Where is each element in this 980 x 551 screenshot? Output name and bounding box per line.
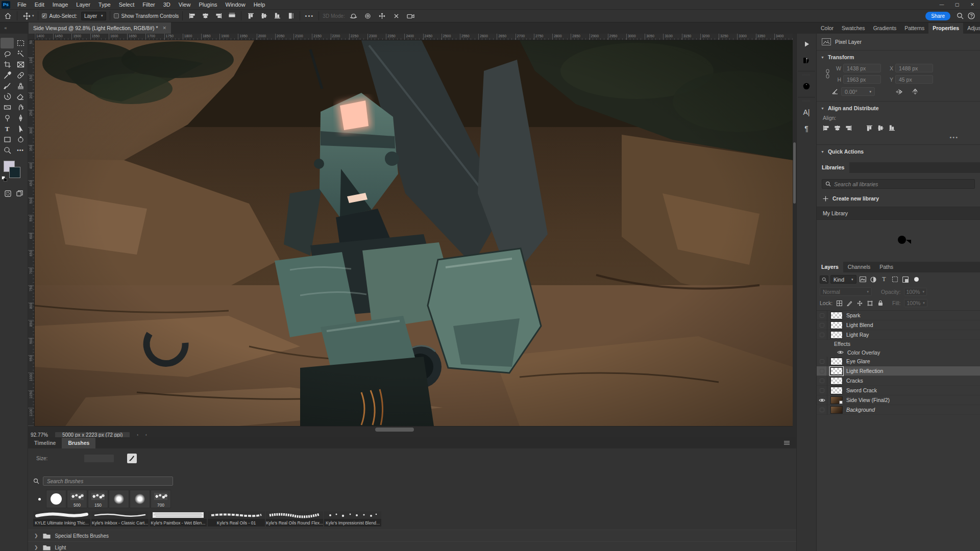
tab-gradients[interactable]: Gradients (869, 23, 901, 34)
layer-thumbnail[interactable] (830, 406, 843, 414)
filter-adjustment-icon[interactable] (869, 276, 878, 284)
visibility-toggle-empty[interactable] (817, 311, 827, 320)
menu-filter[interactable]: Filter (138, 0, 159, 9)
chevron-down-icon[interactable]: ▾ (32, 14, 34, 18)
document-info[interactable]: 5000 px x 2223 px (72 ppi) (55, 432, 130, 438)
tab-properties[interactable]: Properties (928, 23, 963, 34)
brush-preset-500[interactable]: 500 (67, 490, 87, 508)
brush-folder-special-effects-brushes[interactable]: ❯Special Effects Brushes (28, 530, 796, 541)
visibility-eye-icon[interactable] (817, 395, 827, 405)
filter-search-icon[interactable] (820, 276, 828, 284)
filter-pixel-icon[interactable] (859, 276, 867, 284)
tab-layers[interactable]: Layers (817, 262, 843, 272)
visibility-toggle-empty[interactable] (817, 320, 827, 330)
status-prev-icon[interactable]: ‹ (145, 433, 147, 437)
quick-mask-icon[interactable] (5, 190, 11, 197)
pen-tool[interactable] (14, 113, 27, 123)
transform-section-header[interactable]: ▼ Transform (817, 51, 980, 63)
blend-mode-select[interactable]: Normal ▾ (820, 287, 872, 296)
layer-row-light-reflection[interactable]: Light Reflection (817, 366, 980, 376)
canvas-viewport[interactable] (35, 40, 793, 426)
libraries-search-input[interactable]: Search all libraries (822, 179, 975, 189)
frame-tool[interactable] (14, 59, 27, 70)
tab-color[interactable]: Color (817, 23, 838, 34)
brush-preset-circle[interactable] (46, 490, 66, 508)
shape-tool[interactable] (1, 134, 14, 145)
kind-filter-select[interactable]: Kind ▾ (830, 275, 856, 284)
marquee-tool[interactable] (14, 38, 27, 48)
visibility-toggle-empty[interactable] (817, 376, 827, 386)
visibility-toggle-empty[interactable] (817, 330, 827, 340)
layer-row-sword-crack[interactable]: Sword Crack (817, 386, 980, 395)
align-center-h-icon[interactable] (834, 125, 841, 131)
background-color-swatch[interactable] (9, 167, 20, 178)
lock-all-icon[interactable] (877, 300, 884, 306)
height-input[interactable]: 1963 px (843, 75, 881, 84)
visibility-toggle-empty[interactable] (817, 405, 827, 415)
layer-row-side-view-final2-[interactable]: Side View (Final2) (817, 395, 980, 405)
visibility-toggle-empty[interactable] (817, 366, 827, 376)
menu-type[interactable]: Type (94, 0, 115, 9)
document-close-icon[interactable]: ✕ (163, 26, 167, 31)
vertical-scrollbar[interactable] (793, 40, 796, 426)
align-left-icon[interactable] (186, 11, 198, 21)
paragraph-icon[interactable]: ¶ (799, 122, 814, 135)
path-select-tool[interactable] (14, 123, 27, 134)
lock-pixels-icon[interactable] (846, 300, 853, 306)
healing-brush-tool[interactable] (14, 70, 27, 81)
more-tools[interactable]: ••• (14, 145, 27, 156)
menu-plugins[interactable]: Plugins (194, 0, 221, 9)
angle-input[interactable]: 0.00° ▾ (841, 87, 875, 96)
align-top-icon[interactable] (245, 11, 256, 21)
distribute-h-icon[interactable] (226, 11, 237, 21)
menu-3d[interactable]: 3D (159, 0, 175, 9)
more-options-icon[interactable]: ••• (304, 11, 315, 21)
smudge-tool[interactable] (14, 102, 27, 113)
library-item[interactable]: My Library (817, 207, 980, 220)
layer-row-cracks[interactable]: Cracks (817, 376, 980, 386)
tab-adjustments[interactable]: Adjustments (963, 23, 980, 34)
brush-stroke-button[interactable] (127, 454, 137, 463)
lock-artboard-icon[interactable] (867, 300, 873, 306)
distribute-v-icon[interactable] (285, 11, 296, 21)
create-library-button[interactable]: Create new library (817, 189, 980, 207)
layer-thumbnail[interactable] (830, 312, 843, 319)
brush-item[interactable]: Kyle's Real Oils Round Flex... (266, 511, 323, 527)
layer-row-light-ray[interactable]: Light Ray (817, 330, 980, 340)
move-tool-icon[interactable] (21, 11, 32, 21)
horizontal-scrollbar-thumb[interactable] (375, 428, 414, 432)
menu-image[interactable]: Image (48, 0, 72, 9)
align-bottom-icon[interactable] (889, 125, 895, 131)
align-right-icon[interactable] (213, 11, 224, 21)
layer-row-background[interactable]: Background (817, 405, 980, 415)
eraser-tool[interactable] (14, 91, 27, 102)
gradient-tool[interactable] (1, 102, 14, 113)
zoom-level[interactable]: 92.77% (31, 432, 48, 438)
brush-preset-soft[interactable] (109, 490, 129, 508)
layer-thumbnail[interactable] (830, 387, 843, 394)
close-button[interactable]: ✕ (965, 0, 980, 9)
tab-patterns[interactable]: Patterns (900, 23, 928, 34)
brush-item[interactable]: Kyle's Real Oils - 01 (208, 511, 265, 527)
tab-paths[interactable]: Paths (875, 262, 898, 272)
show-transform-checkbox[interactable] (114, 13, 119, 18)
tab-timeline[interactable]: Timeline (28, 438, 62, 448)
brush-item[interactable]: Kyle's Impressionist Blend... (324, 511, 381, 527)
tab-swatches[interactable]: Swatches (838, 23, 869, 34)
tab-channels[interactable]: Channels (843, 262, 875, 272)
history-brush-tool[interactable] (1, 91, 14, 102)
brush-item[interactable]: Kyle's Inkbox - Classic Cart... (91, 511, 149, 527)
filter-smart-object-icon[interactable] (901, 276, 910, 284)
align-more-icon[interactable]: ••• (817, 132, 980, 144)
move-tool[interactable] (1, 38, 14, 48)
brush-preset-soft[interactable] (130, 490, 150, 508)
align-middle-icon[interactable] (258, 11, 270, 21)
lock-transparency-icon[interactable] (836, 300, 843, 306)
effect-color-overlay[interactable]: Color Overlay (817, 348, 980, 357)
y-input[interactable]: 45 px (895, 75, 933, 84)
play-icon[interactable] (799, 37, 814, 51)
default-colors-icon[interactable] (2, 176, 7, 182)
ruler-corner[interactable] (28, 34, 35, 40)
target-select[interactable]: Layer ▾ (81, 12, 106, 20)
size-value-box[interactable] (84, 455, 114, 462)
